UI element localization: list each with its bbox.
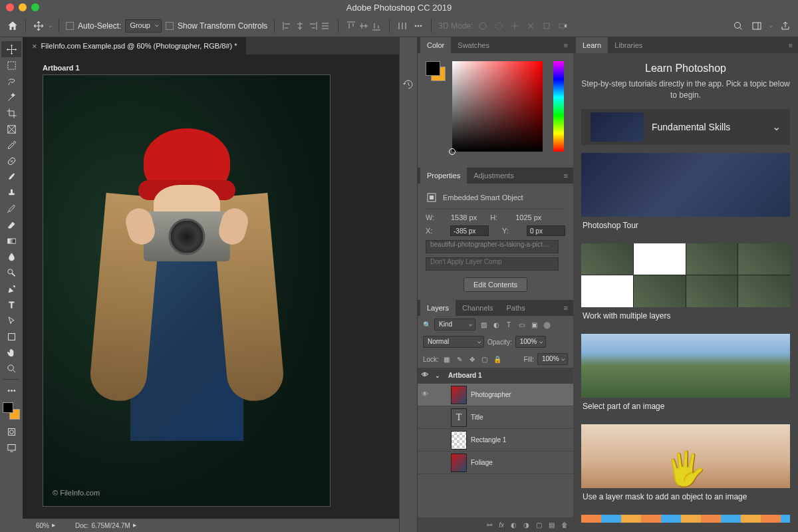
home-icon[interactable] (7, 20, 19, 32)
align-hcenter-icon[interactable] (294, 20, 306, 32)
layercomp-dropdown[interactable]: Don't Apply Layer Comp (426, 257, 559, 271)
eyedropper-tool[interactable] (1, 137, 21, 153)
panel-menu-icon[interactable]: ≡ (561, 172, 571, 180)
history-brush-tool[interactable] (1, 201, 21, 217)
edit-toolbar[interactable] (1, 382, 21, 398)
align-top-icon[interactable] (345, 20, 357, 32)
tab-layers[interactable]: Layers (420, 300, 456, 316)
hand-tool[interactable] (1, 344, 21, 360)
gradient-tool[interactable] (1, 233, 21, 249)
layer-mask-icon[interactable]: ◐ (511, 521, 517, 529)
hue-slider[interactable] (553, 61, 564, 152)
magic-wand-tool[interactable] (1, 89, 21, 105)
filter-adjust-icon[interactable]: ◐ (491, 320, 501, 329)
distribute-icon[interactable] (396, 20, 408, 32)
layer-group-icon[interactable]: ▢ (536, 521, 542, 529)
learn-tile[interactable]: Work with multiple layers (581, 243, 790, 325)
dodge-tool[interactable] (1, 265, 21, 281)
filter-image-icon[interactable]: ▨ (479, 320, 488, 329)
learn-tile[interactable]: Photoshop Tour (581, 153, 790, 234)
lasso-tool[interactable] (1, 73, 21, 89)
layer-filter-dropdown[interactable]: Kind (434, 319, 475, 331)
minimize-window[interactable] (19, 3, 27, 11)
lock-paint-icon[interactable]: ✎ (455, 354, 464, 364)
zoom-tool[interactable] (1, 360, 21, 376)
fill-input[interactable]: 100% (537, 353, 568, 365)
workspace-icon[interactable] (751, 20, 763, 32)
fundamental-skills-accordion[interactable]: Fundamental Skills ⌄ (581, 109, 790, 145)
layer-fx-icon[interactable]: fx (499, 521, 504, 529)
layer-row[interactable]: TTitle (418, 406, 573, 429)
visibility-icon[interactable] (422, 458, 431, 467)
transform-checkbox[interactable] (166, 22, 174, 30)
opacity-input[interactable]: 100% (515, 336, 546, 348)
pen-tool[interactable] (1, 281, 21, 297)
tab-learn[interactable]: Learn (576, 37, 608, 53)
filter-smart-icon[interactable]: ▣ (529, 320, 539, 329)
move-tool-icon[interactable] (33, 20, 45, 32)
align-bottom-icon[interactable] (370, 20, 382, 32)
brush-tool[interactable] (1, 169, 21, 185)
close-window[interactable] (6, 3, 14, 11)
autoselect-checkbox[interactable] (66, 22, 74, 30)
new-layer-icon[interactable]: ▤ (549, 521, 555, 529)
search-icon[interactable] (732, 20, 744, 32)
move-tool[interactable] (1, 41, 21, 57)
lock-position-icon[interactable]: ✥ (467, 354, 477, 364)
history-panel-icon[interactable] (401, 77, 416, 92)
edit-contents-button[interactable]: Edit Contents (464, 277, 527, 292)
visibility-icon[interactable] (422, 436, 431, 445)
close-tab-icon[interactable]: × (32, 41, 37, 51)
filter-type-icon[interactable]: T (504, 320, 513, 329)
canvas[interactable]: © FileInfo.com (43, 74, 331, 507)
panel-menu-icon[interactable]: ≡ (786, 41, 795, 49)
y-input[interactable] (527, 225, 565, 236)
learn-tile[interactable]: Use a layer mask to add an object to an … (581, 424, 790, 505)
layer-row[interactable]: 👁Photographer (418, 384, 573, 406)
blend-mode-dropdown[interactable]: Normal (423, 336, 484, 348)
quickmask-tool[interactable] (1, 424, 21, 440)
type-tool[interactable]: T (1, 297, 21, 313)
layer-adjustment-icon[interactable]: ◑ (523, 521, 529, 529)
tab-swatches[interactable]: Swatches (451, 37, 496, 53)
visibility-icon[interactable] (422, 413, 431, 422)
tab-channels[interactable]: Channels (456, 300, 499, 316)
eraser-tool[interactable] (1, 217, 21, 233)
tab-properties[interactable]: Properties (420, 168, 467, 184)
layer-row[interactable]: Foliage (418, 452, 573, 474)
lock-transparency-icon[interactable]: ▦ (442, 354, 452, 364)
doc-size[interactable]: Doc: 6.75M/24.7M ▶ (75, 522, 136, 529)
share-icon[interactable] (779, 20, 791, 32)
crop-tool[interactable] (1, 105, 21, 121)
align-right-icon[interactable] (307, 20, 319, 32)
tab-libraries[interactable]: Libraries (608, 37, 649, 53)
color-swatch[interactable] (426, 61, 446, 81)
stamp-tool[interactable] (1, 185, 21, 201)
tab-paths[interactable]: Paths (500, 300, 532, 316)
foreground-background-colors[interactable] (3, 402, 20, 420)
learn-tile[interactable]: Select part of an image (581, 334, 790, 415)
align-vcenter-icon[interactable] (358, 20, 370, 32)
x-input[interactable] (450, 225, 489, 236)
link-layers-icon[interactable]: ⚯ (487, 521, 492, 529)
frame-tool[interactable] (1, 121, 21, 137)
path-select-tool[interactable] (1, 313, 21, 329)
zoom-level[interactable]: 60% ▶ (36, 522, 55, 529)
document-tab[interactable]: × FileInfo.com Example.psd @ 60% (Photog… (23, 37, 246, 55)
screenmode-tool[interactable] (1, 440, 21, 456)
delete-layer-icon[interactable]: 🗑 (561, 521, 568, 529)
tab-color[interactable]: Color (420, 37, 451, 53)
lock-all-icon[interactable]: 🔒 (493, 354, 502, 364)
healing-tool[interactable] (1, 153, 21, 169)
maximize-window[interactable] (31, 3, 39, 11)
tab-adjustments[interactable]: Adjustments (467, 168, 521, 184)
filter-shape-icon[interactable]: ▭ (517, 320, 526, 329)
align-left-icon[interactable] (281, 20, 293, 32)
filter-toggle-icon[interactable]: ⬤ (542, 320, 551, 329)
layer-row[interactable]: Rectangle 1 (418, 429, 573, 452)
panel-menu-icon[interactable]: ≡ (561, 41, 571, 49)
shape-tool[interactable] (1, 329, 21, 344)
color-picker[interactable] (452, 61, 543, 152)
autoselect-dropdown[interactable]: Group (125, 19, 162, 33)
lock-artboard-icon[interactable]: ▢ (480, 354, 489, 364)
